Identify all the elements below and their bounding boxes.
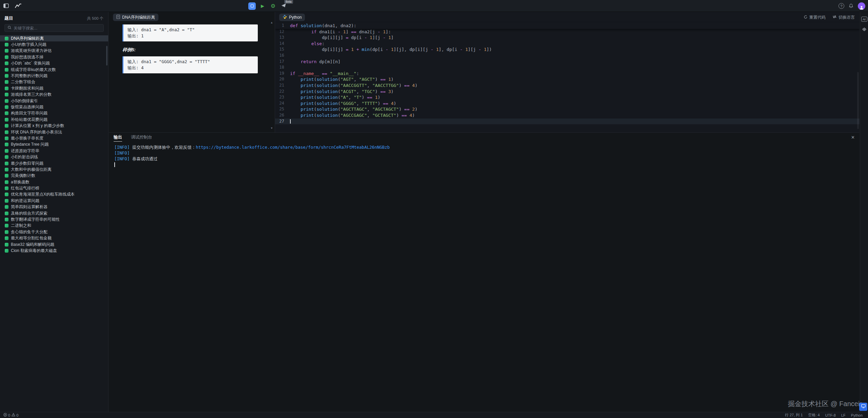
- sidebar-toggle-icon[interactable]: [3, 3, 9, 8]
- problem-list-item[interactable]: 红包运气排行榜: [0, 185, 108, 191]
- problem-list-item[interactable]: 完美偶数计数: [0, 173, 108, 179]
- problem-list-item[interactable]: 贪心猫的鱼干大分配: [0, 229, 108, 235]
- problem-list-item[interactable]: 我好想逃脱逃不掉: [0, 54, 108, 60]
- code-line[interactable]: 15 dp[i][j] = 1 + min(dp[i - 1][j], dp[i…: [275, 47, 860, 53]
- problem-list-item[interactable]: DNA序列编辑距离: [0, 35, 108, 41]
- problem-list-item[interactable]: 二进制之和: [0, 223, 108, 229]
- problem-list-item[interactable]: 二分数字组合: [0, 79, 108, 85]
- console-link[interactable]: https://bytedance.larkoffice.com/share/b…: [196, 145, 390, 150]
- problem-status-icon: [5, 68, 8, 72]
- problem-list-item[interactable]: Base32 编码和解码问题: [0, 241, 108, 248]
- ai-assistant-button[interactable]: AI: [861, 17, 867, 22]
- problem-list-item[interactable]: 大数和中的极值位距离: [0, 166, 108, 172]
- code-line-content: dp[i][j] = dp[i - 1][j - 1]: [290, 35, 860, 41]
- line-number: 16: [275, 53, 290, 59]
- problem-list-item[interactable]: 小E的射击训练: [0, 154, 108, 160]
- code-line[interactable]: 23 print(solution("A", "T") == 1): [275, 94, 860, 101]
- console-text: [INFO]: [114, 150, 130, 156]
- code-line[interactable]: 27: [275, 119, 860, 125]
- code-line[interactable]: 18: [275, 65, 860, 71]
- problem-list-item[interactable]: 优化青海湖至景点X的租车路线成本: [0, 192, 108, 198]
- problem-list-item[interactable]: 构造回文字符串问题: [0, 110, 108, 116]
- code-line[interactable]: 24 print(solution("GGGG", "TTTT") == 4): [275, 101, 860, 107]
- problem-list-item[interactable]: 计算从位置 x 到 y 的最少步数: [0, 123, 108, 129]
- console-tab-debug[interactable]: 调试控制台: [131, 133, 152, 142]
- run-button[interactable]: ▶: [259, 2, 266, 10]
- console-tab-output[interactable]: 输出: [114, 133, 122, 142]
- console-cursor: [114, 162, 115, 167]
- problem-list-item[interactable]: 游戏英雄升级潜力评估: [0, 48, 108, 54]
- code-line[interactable]: 1def solution(dna1, dna2):: [275, 23, 860, 29]
- paper-plane-icon: [281, 3, 286, 9]
- notifications-bell-icon[interactable]: [849, 3, 853, 8]
- build-button[interactable]: [248, 2, 256, 10]
- status-item[interactable]: 行 27, 列 1: [785, 413, 803, 418]
- problem-list-item[interactable]: 还原原始字符串: [0, 148, 108, 154]
- problem-list-item[interactable]: Cion 勒索病毒的最大磁盘: [0, 248, 108, 254]
- status-item[interactable]: LF: [841, 413, 846, 417]
- problem-list-item[interactable]: Bytedance Tree 问题: [0, 142, 108, 148]
- problem-list-item[interactable]: 环状 DNA 序列的最小表示法: [0, 129, 108, 135]
- problem-list-item[interactable]: 补给站最优花费问题: [0, 116, 108, 123]
- console-close-button[interactable]: ✕: [851, 135, 855, 140]
- code-line[interactable]: 22 print(solution("ACGT", "TGC") == 3): [275, 89, 860, 95]
- problem-count: 共 500 个: [87, 16, 103, 21]
- console-tabs: 输出调试控制台: [114, 133, 152, 142]
- search-box[interactable]: [4, 24, 104, 32]
- editor-scrollbar[interactable]: [857, 72, 859, 129]
- problem-list-item[interactable]: 最大相等分割红包金额: [0, 235, 108, 241]
- code-line[interactable]: 12 if dna1[i - 1] == dna2[j - 1]:: [275, 29, 860, 35]
- problems-errors[interactable]: 0: [3, 413, 10, 417]
- code-line[interactable]: 13 dp[i][j] = dp[i - 1][j - 1]: [275, 35, 860, 41]
- scroll-up-arrow[interactable]: ▲: [270, 21, 273, 24]
- code-line[interactable]: 25 print(solution("AGCTTAGC", "AGCTAGCT"…: [275, 106, 860, 112]
- code-line[interactable]: 19if __name__ == "__main__":: [275, 71, 860, 77]
- problem-list-item[interactable]: 及格的组合方式探索: [0, 210, 108, 216]
- remote-indicator-button[interactable]: [859, 403, 867, 411]
- problem-list-item[interactable]: 简单四则运算解析器: [0, 204, 108, 210]
- status-item[interactable]: UTF-8: [825, 413, 836, 417]
- line-number: 15: [275, 47, 290, 53]
- problem-status-icon: [5, 236, 8, 240]
- problem-list-item[interactable]: 数字翻译成字符串的可能性: [0, 216, 108, 222]
- problem-list-item[interactable]: 游戏排名第三大的分数: [0, 92, 108, 98]
- code-line[interactable]: 14 else:: [275, 41, 860, 47]
- user-avatar[interactable]: [858, 2, 865, 10]
- sidebar-scrollbar[interactable]: [106, 46, 108, 66]
- problem-list-item[interactable]: 卡牌翻面求和问题: [0, 85, 108, 91]
- code-line[interactable]: 26 print(solution("AGCCGAGC", "GCTAGCT")…: [275, 112, 860, 119]
- submit-beta-button[interactable]: Beta: [280, 2, 287, 10]
- problem-list-item[interactable]: 组成字符串ku的最大次数: [0, 67, 108, 73]
- code-line[interactable]: 20 print(solution("AGT", "AGCT") == 1): [275, 76, 860, 83]
- problems-warnings[interactable]: 0: [12, 413, 18, 417]
- problem-title: 优化青海湖至景点X的租车路线成本: [11, 192, 75, 197]
- juejin-gem-icon[interactable]: [862, 27, 867, 32]
- problem-list-item[interactable]: 小D的 `abc` 变换问题: [0, 60, 108, 67]
- code-line-content: print(solution("AACCGGTT", "AACCTTGG") =…: [290, 83, 860, 89]
- problem-list-item[interactable]: 饭馆菜品选择问题: [0, 104, 108, 110]
- debug-button[interactable]: ⚙: [269, 2, 277, 10]
- status-item[interactable]: Python: [851, 413, 863, 417]
- reset-code-button[interactable]: 重置代码: [804, 15, 826, 20]
- code-line[interactable]: 21 print(solution("AACCGGTT", "AACCTTGG"…: [275, 83, 860, 89]
- status-item[interactable]: 空格: 4: [808, 413, 820, 418]
- problem-list-item[interactable]: a替换函数: [0, 179, 108, 185]
- problem-tab[interactable]: DNA序列编辑距离: [113, 14, 158, 21]
- editor-cursor: [290, 119, 291, 124]
- code-line[interactable]: 17 return dp[m][n]: [275, 59, 860, 65]
- example-line: 输出: 4: [128, 65, 254, 71]
- switch-language-button[interactable]: 切换语言: [832, 15, 855, 20]
- problem-list-item[interactable]: 不同整数的计数问题: [0, 73, 108, 79]
- editor-tab-python[interactable]: Python: [279, 14, 305, 21]
- code-line[interactable]: 16: [275, 53, 860, 59]
- problem-list-item[interactable]: 最少步数归零问题: [0, 160, 108, 166]
- problem-list-item[interactable]: 和的逆运算问题: [0, 198, 108, 204]
- problem-list-item[interactable]: 小S的倒排索引: [0, 98, 108, 104]
- code-area[interactable]: 1def solution(dna1, dna2): 12 if dna1[i …: [275, 23, 860, 132]
- search-input[interactable]: [14, 26, 101, 31]
- problem-list-item[interactable]: 最小替换子串长度: [0, 135, 108, 141]
- help-button[interactable]: ?: [838, 3, 844, 9]
- scroll-down-arrow[interactable]: ▼: [270, 127, 273, 130]
- app-logo-icon[interactable]: [15, 3, 22, 8]
- problem-list-item[interactable]: 小U的数字插入问题: [0, 41, 108, 48]
